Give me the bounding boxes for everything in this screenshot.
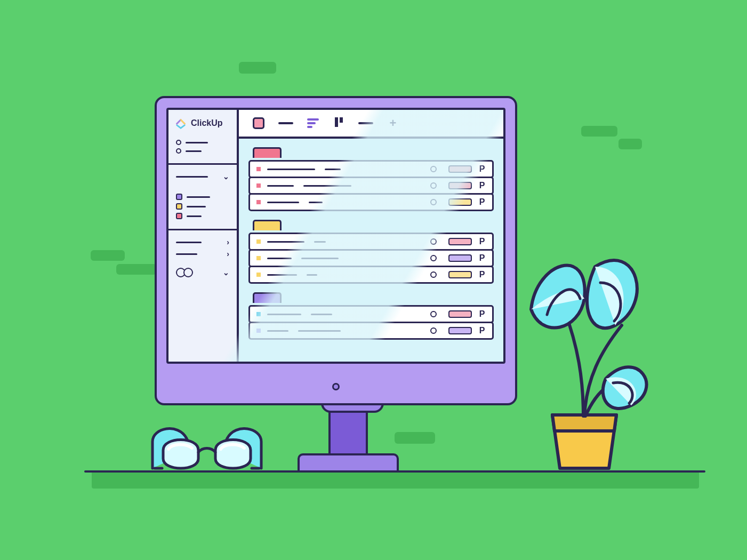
assignee-icon	[430, 182, 437, 189]
task-row[interactable]: P	[248, 322, 494, 340]
view-tabs: +	[239, 110, 503, 139]
chevron-right-icon: ›	[227, 250, 229, 258]
assignee-icon	[430, 238, 437, 245]
sidebar-collapsed-item[interactable]: ›	[176, 250, 229, 258]
clickup-logo-icon	[175, 117, 187, 129]
sidebar-space-item[interactable]	[176, 213, 229, 219]
monitor-stand-base	[298, 453, 399, 473]
desk-line	[84, 470, 705, 473]
task-group: P P	[248, 292, 494, 340]
assignee-icon	[430, 255, 437, 261]
glasses	[147, 420, 267, 474]
priority-flag-icon: P	[478, 164, 486, 174]
app-logo[interactable]: ClickUp	[168, 110, 237, 134]
monitor-chin	[157, 370, 515, 403]
priority-flag-icon: P	[478, 309, 486, 319]
bg-brick	[581, 126, 617, 137]
power-button-icon	[332, 383, 340, 390]
monitor-body: ClickUp ⌄ › › ⌄	[155, 96, 517, 405]
sidebar-spaces-header[interactable]: ⌄	[168, 163, 237, 190]
sidebar-space-item[interactable]	[176, 194, 229, 200]
brand-name: ClickUp	[191, 118, 223, 128]
avatar-icon	[183, 268, 193, 277]
priority-flag-icon: P	[478, 197, 486, 207]
bg-brick	[239, 62, 276, 74]
sidebar-spaces-list	[168, 190, 237, 229]
task-row[interactable]: P	[248, 305, 494, 323]
add-view-button[interactable]: +	[387, 117, 399, 129]
sidebar-collapsed-section: › ›	[168, 229, 237, 268]
priority-flag-icon: P	[478, 326, 486, 335]
chevron-down-icon: ⌄	[223, 268, 229, 277]
group-status-tag[interactable]	[253, 292, 282, 303]
app-window: ClickUp ⌄ › › ⌄	[166, 108, 505, 364]
assignee-icon	[430, 271, 437, 278]
due-date-pill	[448, 165, 472, 173]
sidebar-quick-item[interactable]	[176, 140, 229, 145]
task-row[interactable]: P	[248, 160, 494, 178]
sidebar-quick-section	[168, 134, 237, 163]
priority-flag-icon: P	[478, 270, 486, 279]
task-list: P P P P P P P P	[239, 139, 503, 348]
assignee-icon	[430, 166, 437, 172]
task-row[interactable]: P	[248, 233, 494, 251]
task-row[interactable]: P	[248, 249, 494, 267]
priority-flag-icon: P	[478, 237, 486, 246]
bg-brick	[91, 250, 125, 261]
task-row[interactable]: P	[248, 177, 494, 195]
due-date-pill	[448, 198, 472, 206]
view-tab[interactable]	[358, 122, 373, 124]
task-row[interactable]: P	[248, 266, 494, 284]
monitor-stand-neck	[328, 401, 368, 460]
due-date-pill	[448, 238, 472, 245]
sidebar-collapsed-item[interactable]: ›	[176, 238, 229, 246]
main-area: + P P P P P P P P	[239, 110, 503, 362]
plant	[515, 245, 654, 475]
task-row[interactable]: P	[248, 193, 494, 211]
sidebar-avatars[interactable]: ⌄	[168, 268, 237, 284]
view-tab-board-icon[interactable]	[333, 117, 344, 129]
task-group: P P P	[248, 220, 494, 284]
view-tab-gantt-icon[interactable]	[307, 117, 319, 129]
view-tab[interactable]	[278, 122, 293, 124]
priority-flag-icon: P	[478, 181, 486, 190]
due-date-pill	[448, 310, 472, 318]
assignee-icon	[430, 327, 437, 334]
sidebar-quick-item[interactable]	[176, 148, 229, 154]
due-date-pill	[448, 271, 472, 278]
sidebar-space-item[interactable]	[176, 203, 229, 210]
bg-brick	[116, 264, 157, 275]
bg-brick	[395, 432, 435, 444]
group-status-tag[interactable]	[253, 147, 282, 158]
sidebar: ClickUp ⌄ › › ⌄	[168, 110, 239, 362]
priority-flag-icon: P	[478, 253, 486, 263]
view-tab-list[interactable]	[253, 117, 264, 129]
due-date-pill	[448, 182, 472, 189]
assignee-icon	[430, 311, 437, 317]
chevron-right-icon: ›	[227, 238, 229, 246]
task-group: P P P	[248, 147, 494, 211]
group-status-tag[interactable]	[253, 220, 282, 230]
assignee-icon	[430, 199, 437, 205]
due-date-pill	[448, 327, 472, 334]
bg-brick	[619, 139, 642, 149]
chevron-down-icon: ⌄	[223, 172, 229, 181]
due-date-pill	[448, 254, 472, 262]
